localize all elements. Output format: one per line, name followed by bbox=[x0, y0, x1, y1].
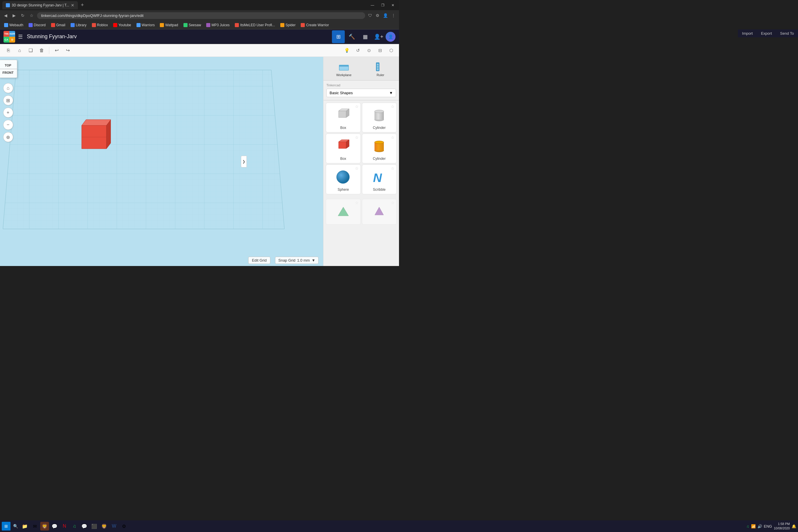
home-view-button[interactable]: ⌂ bbox=[3, 83, 13, 93]
tab-close-button[interactable]: ✕ bbox=[71, 3, 74, 7]
edit-grid-button[interactable]: Edit Grid bbox=[248, 256, 271, 264]
logo-t: TIN bbox=[3, 31, 10, 37]
seesaw-icon bbox=[184, 23, 188, 27]
bookmark-itsme[interactable]: ItsMeLED User Profi... bbox=[232, 22, 277, 28]
build-mode-button[interactable]: 🔨 bbox=[345, 30, 358, 43]
shape-label-box-red: Box bbox=[340, 157, 346, 161]
bookmark-webauth-label: Webauth bbox=[10, 23, 23, 27]
app-container: TIN KER CA D ☰ Stunning Fyyran-Jarv ⊞ 🔨 … bbox=[0, 30, 399, 266]
bookmark-createwarrior[interactable]: Create Warrior bbox=[298, 22, 331, 28]
user-plus-button[interactable]: 👤+ bbox=[372, 30, 385, 43]
project-title[interactable]: Stunning Fyyran-Jarv bbox=[27, 34, 329, 40]
flip-button[interactable]: ⬡ bbox=[387, 46, 396, 55]
shape-item-box-red[interactable]: ☆ Box bbox=[326, 134, 361, 163]
shape-icon-extra2 bbox=[370, 203, 388, 220]
view-cube-inner[interactable]: TOP FRONT bbox=[0, 60, 17, 78]
bookmark-gmail[interactable]: Gmail bbox=[49, 22, 68, 28]
snap-grid-dropdown-icon[interactable]: ▼ bbox=[311, 258, 315, 263]
orbit-button[interactable]: ⊛ bbox=[3, 132, 13, 142]
back-button[interactable]: ◀ bbox=[2, 12, 9, 19]
shapes-subcategory-label: Basic Shapes bbox=[329, 91, 353, 95]
view-cube[interactable]: TOP FRONT bbox=[0, 60, 17, 78]
3d-viewport[interactable]: Edit Grid Snap Grid 1.0 mm ▼ bbox=[0, 57, 323, 266]
edit-toolbar: ⎘ ⌂ ❑ 🗑 ↩ ↪ 💡 ↺ ⊙ ⊟ ⬡ bbox=[0, 44, 399, 57]
close-button[interactable]: ✕ bbox=[389, 3, 397, 8]
undo-button[interactable]: ↩ bbox=[52, 45, 61, 55]
bookmark-spider[interactable]: Spider bbox=[278, 22, 298, 28]
redo-button[interactable]: ↪ bbox=[63, 45, 73, 55]
svg-marker-16 bbox=[339, 111, 346, 117]
panel-expand-button[interactable]: ❯ bbox=[241, 156, 247, 167]
bookmark-webauth[interactable]: Webauth bbox=[2, 22, 26, 28]
fit-view-button[interactable]: ⊞ bbox=[3, 95, 13, 105]
delete-button[interactable]: 🗑 bbox=[37, 45, 47, 55]
duplicate-button[interactable]: ❑ bbox=[26, 45, 36, 55]
bookmark-seesaw-label: Seesaw bbox=[189, 23, 201, 27]
zoom-out-button[interactable]: − bbox=[3, 120, 13, 130]
shape-star-sphere[interactable]: ☆ bbox=[355, 166, 359, 171]
url-input[interactable] bbox=[37, 12, 365, 19]
grid-view-button[interactable]: ⊞ bbox=[332, 30, 345, 43]
rotate-view-button[interactable]: ↺ bbox=[354, 46, 362, 55]
bookmark-seesaw[interactable]: Seesaw bbox=[181, 22, 204, 28]
extensions-icon[interactable]: ⚙ bbox=[375, 12, 381, 19]
bookmark-mp3juices[interactable]: MP3 Juices bbox=[204, 22, 232, 28]
copy-button[interactable]: ⎘ bbox=[3, 45, 14, 55]
bookmark-youtube[interactable]: Youtube bbox=[111, 22, 134, 28]
reload-button[interactable]: ↻ bbox=[19, 12, 26, 19]
3d-red-box[interactable] bbox=[77, 103, 111, 152]
svg-marker-31 bbox=[375, 207, 383, 215]
shape-star-extra2[interactable]: ☆ bbox=[391, 201, 395, 205]
shape-item-box-gray[interactable]: ☆ Box bbox=[326, 103, 361, 132]
maximize-button[interactable]: ❐ bbox=[379, 3, 387, 8]
bookmark-roblox[interactable]: Roblox bbox=[90, 22, 110, 28]
shape-item-scribble[interactable]: ☆ N Scribble bbox=[362, 165, 397, 194]
shape-item-cyl-orange[interactable]: ☆ bbox=[362, 134, 397, 163]
brave-shield-icon[interactable]: 🛡 bbox=[367, 12, 373, 19]
view-cube-front-label: FRONT bbox=[0, 69, 17, 76]
minimize-button[interactable]: — bbox=[368, 3, 377, 8]
forward-button[interactable]: ▶ bbox=[11, 12, 18, 19]
bookmark-button[interactable]: ☆ bbox=[28, 12, 35, 19]
profile-icon[interactable]: 👤 bbox=[382, 12, 389, 19]
bookmark-discord[interactable]: Discord bbox=[26, 22, 48, 28]
zoom-in-button[interactable]: + bbox=[3, 108, 13, 117]
shapes-dropdown[interactable]: Basic Shapes ▼ bbox=[326, 89, 396, 97]
bookmark-warriors[interactable]: Warriors bbox=[134, 22, 157, 28]
canvas-area[interactable]: Edit Grid Snap Grid 1.0 mm ▼ ❯ bbox=[0, 57, 323, 266]
shapes-grid-more: ☆ ☆ bbox=[323, 196, 399, 227]
shape-star-extra1[interactable]: ☆ bbox=[355, 201, 359, 205]
light-button[interactable]: 💡 bbox=[342, 46, 351, 55]
bookmark-wattpad[interactable]: Wattpad bbox=[157, 22, 180, 28]
snap-grid-control[interactable]: Snap Grid 1.0 mm ▼ bbox=[275, 256, 319, 264]
shape-item-extra1[interactable]: ☆ bbox=[326, 199, 361, 225]
spider-icon bbox=[280, 23, 284, 27]
shape-star-cyl-orange[interactable]: ☆ bbox=[391, 135, 395, 140]
bookmark-library[interactable]: Library bbox=[68, 22, 89, 28]
align-button[interactable]: ⊟ bbox=[376, 46, 384, 55]
ruler-button[interactable]: Ruler bbox=[375, 60, 386, 77]
workplane-button[interactable]: Workplane bbox=[336, 60, 352, 77]
user-avatar[interactable]: 👤 bbox=[385, 32, 396, 42]
shape-item-cyl-gray[interactable]: ☆ bbox=[362, 103, 397, 132]
camera-button[interactable]: ⊙ bbox=[365, 46, 373, 55]
hamburger-menu-button[interactable]: ☰ bbox=[18, 34, 23, 40]
simulation-button[interactable]: ▦ bbox=[359, 30, 372, 43]
shape-star-scribble[interactable]: ☆ bbox=[391, 166, 395, 171]
tab-title: 3D design Stunning Fyyran-Jarv | T... bbox=[12, 3, 69, 7]
shape-star-box-red[interactable]: ☆ bbox=[355, 135, 359, 140]
bookmark-warriors-label: Warriors bbox=[142, 23, 155, 27]
active-tab[interactable]: 3D design Stunning Fyyran-Jarv | T... ✕ bbox=[2, 1, 78, 10]
svg-text:N: N bbox=[373, 171, 382, 185]
svg-marker-30 bbox=[338, 207, 348, 216]
shape-item-sphere[interactable]: ☆ Sphere bbox=[326, 165, 361, 194]
shape-star-box-gray[interactable]: ☆ bbox=[355, 104, 359, 109]
tinkercad-logo[interactable]: TIN KER CA D bbox=[3, 31, 15, 43]
shape-star-cyl-gray[interactable]: ☆ bbox=[391, 104, 395, 109]
scribble-svg: N bbox=[371, 169, 387, 185]
menu-icon[interactable]: ⋮ bbox=[390, 12, 397, 19]
paste-button[interactable]: ⌂ bbox=[15, 45, 24, 55]
shape-item-extra2[interactable]: ☆ bbox=[362, 199, 397, 225]
new-tab-button[interactable]: + bbox=[79, 2, 86, 8]
shape-label-cyl-orange: Cylinder bbox=[373, 157, 385, 161]
